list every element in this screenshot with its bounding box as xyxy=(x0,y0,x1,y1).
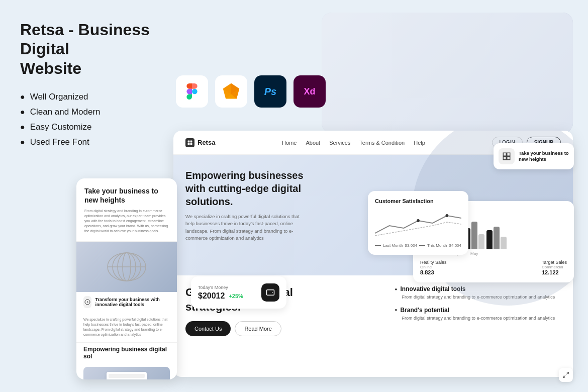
money-value: $20012 +25% xyxy=(198,291,243,301)
lpc-title: Take your business to new heights xyxy=(84,186,169,205)
logo-text: Retsa xyxy=(198,139,215,146)
reality-stat: Reality Sales Online 8.823 xyxy=(420,260,447,275)
svg-rect-14 xyxy=(190,143,192,145)
nav-terms[interactable]: Terms & Condition xyxy=(359,140,405,146)
svg-rect-11 xyxy=(188,140,190,142)
last-month: Last Month $3.004 xyxy=(375,243,417,248)
feature-list: Well Organized Clean and Modern Easy Cus… xyxy=(20,92,181,147)
growth-buttons: Contact Us Read More xyxy=(185,321,385,336)
tvr-stats: Reality Sales Online 8.823 Target Sales … xyxy=(420,260,567,275)
lpc-section: We specialize in crafting powerful digit… xyxy=(76,312,177,342)
nav-help[interactable]: Help xyxy=(414,140,425,146)
left-panel: Retsa - Business Digital Website Well Or… xyxy=(20,20,181,162)
svg-rect-7 xyxy=(503,153,506,156)
feature-desc-2: From digital strategy and branding to e-… xyxy=(395,315,561,322)
nav-links: Home About Services Terms & Condition He… xyxy=(282,140,425,146)
this-month: This Month $4.504 xyxy=(419,243,461,248)
svg-line-24 xyxy=(566,372,568,374)
expand-icon[interactable] xyxy=(559,368,573,382)
svg-rect-10 xyxy=(507,157,510,160)
nav-about[interactable]: About xyxy=(306,140,320,146)
photoshop-icon: Ps xyxy=(254,75,286,108)
customer-satisfaction-card: Customer Satisfaction Last Month $3.004 … xyxy=(368,191,468,255)
growth-read-btn[interactable]: Read More xyxy=(235,321,281,336)
target-stat: Target Sales Commercial 12.122 xyxy=(542,260,567,275)
svg-rect-8 xyxy=(507,153,510,156)
nav-home[interactable]: Home xyxy=(282,140,297,146)
hero-bg xyxy=(322,13,573,133)
nav-logo: Retsa xyxy=(185,138,215,147)
hero-heading: Empowering businesses with cutting-edge … xyxy=(185,169,316,208)
cs-footer: Last Month $3.004 This Month $4.504 xyxy=(375,243,461,248)
lpc-transform-icon: Transform your business with innovative … xyxy=(76,292,177,312)
lpc-header: Take your business to new heights From d… xyxy=(76,178,177,242)
sketch-icon xyxy=(215,75,247,108)
take-biz-text: Take your business to new heights xyxy=(519,150,569,163)
xd-icon: Xd xyxy=(293,75,326,108)
money-label: Today's Money xyxy=(198,285,243,290)
stats-area: Customer Satisfaction Last Month $3.004 … xyxy=(413,201,574,287)
top-right-hero-card: Unlock your brand's potential We special… xyxy=(322,13,573,133)
lpc-section-text: We specialize in crafting powerful digit… xyxy=(83,317,170,337)
lpc-image xyxy=(76,242,177,292)
svg-rect-9 xyxy=(503,157,506,160)
feature-item-1: Well Organized xyxy=(20,92,181,102)
logo-icon xyxy=(185,138,194,147)
money-card: Today's Money $20012 +25% xyxy=(191,276,286,309)
figma-icon xyxy=(176,75,208,108)
svg-rect-12 xyxy=(190,140,192,142)
feature-title-2: Brand's potential xyxy=(395,307,561,314)
lpc-section2-title: Empowering business digital sol xyxy=(83,346,170,360)
left-overlay-card: Take your business to new heights From d… xyxy=(76,178,177,379)
tool-icons-row: Ps Xd xyxy=(176,75,326,108)
svg-line-25 xyxy=(563,375,565,377)
feature-item-3: Easy Customize xyxy=(20,122,181,132)
svg-rect-13 xyxy=(188,143,190,145)
growth-contact-btn[interactable]: Contact Us xyxy=(185,321,231,336)
wallet-icon xyxy=(261,283,279,302)
feature-item-4: Used Free Font xyxy=(20,137,181,147)
take-business-card: Take your business to new heights xyxy=(494,143,574,169)
main-title: Retsa - Business Digital Website xyxy=(20,20,181,78)
money-change: +25% xyxy=(229,293,243,299)
lpc-section-title: Transform your business with innovative … xyxy=(95,297,170,307)
feature-item-2: Clean and Modern xyxy=(20,107,181,117)
feature-brand: Brand's potential From digital strategy … xyxy=(395,307,561,322)
hero-subtext: We specialize in crafting powerful digit… xyxy=(185,213,306,242)
lpc-text: From digital strategy and branding to e-… xyxy=(84,209,169,233)
cs-title: Customer Satisfaction xyxy=(375,198,461,204)
svg-point-22 xyxy=(417,219,420,222)
money-info: Today's Money $20012 +25% xyxy=(198,285,243,301)
svg-point-23 xyxy=(445,214,448,217)
cs-chart xyxy=(375,208,461,238)
nav-services[interactable]: Services xyxy=(329,140,350,146)
svg-rect-21 xyxy=(267,290,274,296)
